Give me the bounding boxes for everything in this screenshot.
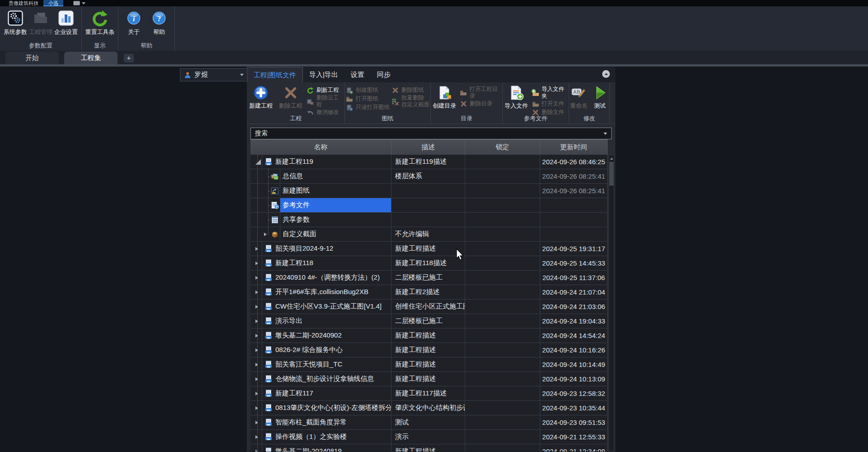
document-tab[interactable]: 开始 — [5, 52, 59, 64]
row-description: 新建工程描述 — [392, 328, 465, 343]
document-tab[interactable]: 工程集 — [64, 52, 118, 64]
row-name: 墩头基二期-20240902 — [275, 331, 342, 340]
row-update-time — [540, 213, 608, 227]
menu-tab-1[interactable]: 贵微建筑科技 — [4, 0, 43, 6]
table-row[interactable]: 韶关项目2024-9-12新建工程描述2024-09-25 19:31:17 — [250, 242, 608, 256]
scroll-up-arrow[interactable] — [609, 156, 614, 161]
ribbon-button[interactable]: 系统参数 — [3, 10, 28, 36]
row-name: 20240910 4#-（调整转换方法）(2) — [275, 273, 380, 282]
open-folder-icon — [346, 95, 353, 103]
panel-tab[interactable]: 导入|导出 — [303, 67, 344, 82]
tree-expander-collapsed-icon[interactable] — [255, 450, 258, 452]
row-update-time: 2024-09-24 10:14:49 — [540, 357, 608, 371]
table-row[interactable]: 自定义截面不允许编辑 — [250, 227, 608, 242]
scrollbar-thumb[interactable] — [609, 162, 613, 186]
ribbon-button[interactable]: 重置工具条 — [85, 10, 115, 36]
tree-expander-collapsed-icon[interactable] — [255, 334, 258, 338]
row-description: 不允许编辑 — [392, 227, 465, 241]
table-row[interactable]: 新建图纸2024-09-26 08:25:41 — [250, 184, 608, 198]
tree-expander-collapsed-icon[interactable] — [255, 319, 258, 323]
quick-access-toolbar[interactable] — [73, 0, 85, 6]
table-row[interactable]: CW住宅小区V3.9-正式施工图[V1.4]创维住宅小区正式施工图2024-09… — [250, 300, 608, 314]
project-doc-icon — [264, 404, 273, 412]
system-settings-icon — [8, 10, 23, 26]
tree-expander-collapsed-icon[interactable] — [255, 305, 258, 309]
tree-expander-expanded-icon[interactable] — [255, 159, 261, 165]
panel-tab[interactable]: 设置 — [344, 67, 371, 82]
ribbon-button[interactable]: 新建工程 — [247, 85, 275, 110]
table-row[interactable]: 墩头基二期-20240902新建工程描述2024-09-24 14:54:24 — [250, 328, 608, 343]
menu-tab-2[interactable]: 小迅 — [43, 0, 63, 6]
ribbon-button[interactable]: 刷新工程 — [307, 86, 344, 95]
ribbon-button[interactable]: ?帮助 — [146, 10, 172, 36]
row-name: 操作视频（1）之实验楼 — [275, 433, 347, 441]
add-tab-button[interactable]: + — [124, 54, 134, 62]
ribbon-button: AB重命名 — [569, 85, 589, 110]
row-description — [392, 184, 465, 198]
table-row[interactable]: 仓储物流_初步设计没拿轴线信息新建工程描述2024-09-24 10:13:09 — [250, 372, 608, 386]
table-row[interactable]: 演示导出二层楼板已施工2024-09-24 19:04:33 — [250, 314, 608, 328]
table-row[interactable]: 墩头基二期-20240819新建工程描述2024-09-21 12:34:09 — [250, 444, 608, 452]
ribbon-button[interactable]: 创建目录 — [431, 85, 458, 110]
row-description: 新建工程描述 — [392, 372, 465, 386]
row-lock — [465, 444, 540, 452]
row-update-time: 2024-09-26 08:25:41 — [540, 184, 608, 198]
row-name: 韶关项目2024-9-12 — [275, 244, 333, 253]
tree-expander-collapsed-icon[interactable] — [255, 290, 258, 294]
table-row[interactable]: 0813肇庆文化中心(初设)-左侧塔楼拆分模型肇庆文化中心结构初步设计2024-… — [250, 401, 608, 415]
column-header[interactable]: 名称 — [250, 140, 392, 155]
table-row[interactable]: 操作视频（1）之实验楼演示2024-09-21 12:55:33 — [250, 430, 608, 444]
row-name: 0813肇庆文化中心(初设)-左侧塔楼拆分模型 — [275, 404, 391, 412]
column-header[interactable]: 描述 — [392, 140, 465, 155]
row-description: 演示 — [392, 430, 465, 444]
tree-expander-collapsed-icon[interactable] — [255, 262, 258, 265]
panel-tab[interactable]: 同步 — [371, 67, 397, 82]
column-header[interactable]: 锁定 — [465, 140, 540, 155]
table-row[interactable]: 共享参数 — [250, 213, 608, 227]
row-description: 二层楼板已施工 — [392, 314, 465, 328]
ribbon-button: 删除云工程 — [307, 95, 344, 108]
row-name: 墩头基二期-20240819 — [275, 447, 342, 452]
table-row[interactable]: 0826-2# 综合服务中心新建工程描述2024-09-24 10:16:26 — [250, 343, 608, 357]
row-lock — [465, 169, 540, 183]
chevron-down-icon — [604, 133, 607, 135]
project-set-panel: 工程|图纸文件导入|导出设置同步 新建工程删除工程刷新工程删除云工程撤消修改工程… — [246, 67, 616, 452]
collapse-ribbon-button[interactable] — [602, 70, 610, 78]
row-description: 新建工程118描述 — [392, 256, 465, 270]
tree-expander-collapsed-icon[interactable] — [255, 392, 258, 395]
table-row[interactable]: ?参考文件 — [250, 198, 608, 213]
table-row[interactable]: 新建工程119新建工程119描述2024-09-26 08:46:25 — [250, 155, 608, 169]
table-row[interactable]: 智能布柱_截面角度异常测试2024-09-23 09:51:53 — [250, 415, 608, 430]
vertical-scrollbar[interactable] — [609, 155, 614, 452]
panel-tab[interactable]: 工程|图纸文件 — [247, 67, 303, 82]
tree-expander-collapsed-icon[interactable] — [255, 276, 258, 280]
ribbon-button[interactable]: 导入文件夹 — [532, 86, 569, 100]
table-row[interactable]: 新建工程118新建工程118描述2024-09-25 14:45:33 — [250, 256, 608, 271]
tree-expander-collapsed-icon[interactable] — [255, 435, 258, 439]
table-row[interactable]: 新建工程117新建工程117描述2024-09-23 12:58:32 — [250, 386, 608, 401]
ribbon-button[interactable]: 测试 — [590, 85, 610, 110]
tree-expander-collapsed-icon[interactable] — [255, 363, 258, 366]
search-combobox[interactable]: 搜索 — [250, 128, 612, 139]
table-row[interactable]: 韶关翕江天悦项目_TC新建工程描述2024-09-24 10:14:49 — [250, 357, 608, 372]
table-row[interactable]: 总信息楼层体系2024-09-26 08:25:41 — [250, 169, 608, 184]
ribbon-button[interactable]: 导入文件 — [503, 85, 530, 110]
row-name: 开平1#6#车库,collisionBug2XB — [275, 288, 368, 296]
table-row[interactable]: 20240910 4#-（调整转换方法）(2)二层楼板已施工2024-09-25… — [250, 271, 608, 285]
drawing-file-icon — [271, 187, 279, 195]
ribbon-button-column: 导入文件夹打开文件删除文件 — [532, 85, 569, 117]
user-selector-dropdown[interactable]: 罗煜 — [180, 68, 248, 81]
search-input[interactable]: 搜索 — [255, 129, 604, 138]
ribbon-button[interactable]: i关于 — [121, 10, 146, 36]
ribbon-button[interactable]: 企业设置 — [53, 10, 79, 36]
tree-expander-collapsed-icon[interactable] — [255, 377, 258, 381]
tree-expander-collapsed-icon[interactable] — [255, 247, 258, 251]
tree-expander-collapsed-icon[interactable] — [255, 348, 258, 352]
row-name: 参考文件 — [283, 201, 310, 209]
tree-expander-collapsed-icon[interactable] — [264, 233, 267, 236]
project-doc-icon — [264, 361, 273, 369]
table-row[interactable]: 开平1#6#车库,collisionBug2XB新建工程2描述2024-09-2… — [250, 285, 608, 300]
column-header[interactable]: 更新时间 — [540, 140, 608, 155]
tree-expander-collapsed-icon[interactable] — [255, 406, 258, 410]
tree-expander-collapsed-icon[interactable] — [255, 421, 258, 424]
